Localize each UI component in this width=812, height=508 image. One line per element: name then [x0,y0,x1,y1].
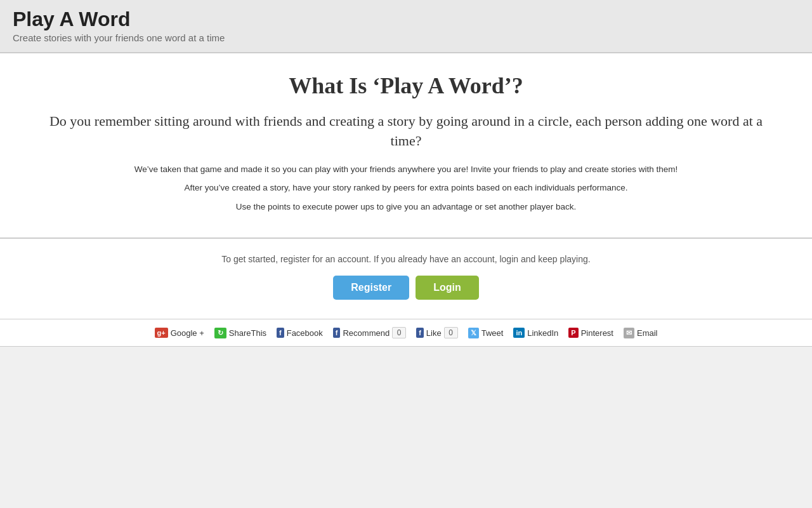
description-3: Use the points to execute power ups to g… [38,200,774,214]
site-subtitle: Create stories with your friends one wor… [13,32,799,43]
main-content-section: What Is ‘Play A Word’? Do you remember s… [0,53,812,238]
tweet-share[interactable]: 𝕏 Tweet [466,326,506,340]
email-label: Email [637,328,658,338]
site-header: Play A Word Create stories with your fri… [0,0,812,53]
linkedin-share[interactable]: in LinkedIn [511,326,561,339]
share-bar: g+ Google + ↻ ShareThis f Facebook f Rec… [0,319,812,347]
linkedin-label: LinkedIn [527,328,558,338]
login-button[interactable]: Login [416,276,479,300]
tweet-label: Tweet [481,328,504,338]
tagline-text: Do you remember sitting around with frie… [38,112,774,151]
description-1: We’ve taken that game and made it so you… [38,163,774,177]
footer-area [0,347,812,508]
email-share[interactable]: ✉ Email [621,326,660,340]
fb-recommend-icon: f [333,328,341,338]
sharethis-label: ShareThis [229,328,266,338]
email-icon: ✉ [624,328,634,338]
pinterest-share[interactable]: P Pinterest [566,326,616,339]
sharethis-icon: ↻ [214,328,226,338]
pinterest-label: Pinterest [581,328,613,338]
register-button[interactable]: Register [333,276,409,300]
fb-like-share[interactable]: f Like 0 [414,326,461,340]
cta-buttons: Register Login [38,276,774,300]
description-2: After you’ve created a story, have your … [38,181,774,195]
pinterest-icon: P [568,328,578,338]
google-plus-label: Google + [171,328,204,338]
site-title: Play A Word [13,8,799,31]
page-heading: What Is ‘Play A Word’? [38,72,774,99]
fb-recommend-label: Recommend [343,328,390,338]
google-plus-share[interactable]: g+ Google + [152,326,207,339]
linkedin-icon: in [513,328,525,338]
cta-text: To get started, register for an account.… [38,254,774,264]
facebook-share[interactable]: f Facebook [274,326,325,339]
facebook-label: Facebook [287,328,323,338]
google-plus-icon: g+ [155,328,168,338]
tweet-icon: 𝕏 [468,328,479,338]
fb-like-icon: f [416,328,424,338]
cta-section: To get started, register for an account.… [0,238,812,319]
sharethis-share[interactable]: ↻ ShareThis [212,326,269,340]
fb-recommend-share[interactable]: f Recommend 0 [331,326,409,340]
like-count: 0 [444,327,458,338]
recommend-count: 0 [392,327,406,338]
facebook-icon: f [277,328,284,338]
fb-like-label: Like [426,328,442,338]
